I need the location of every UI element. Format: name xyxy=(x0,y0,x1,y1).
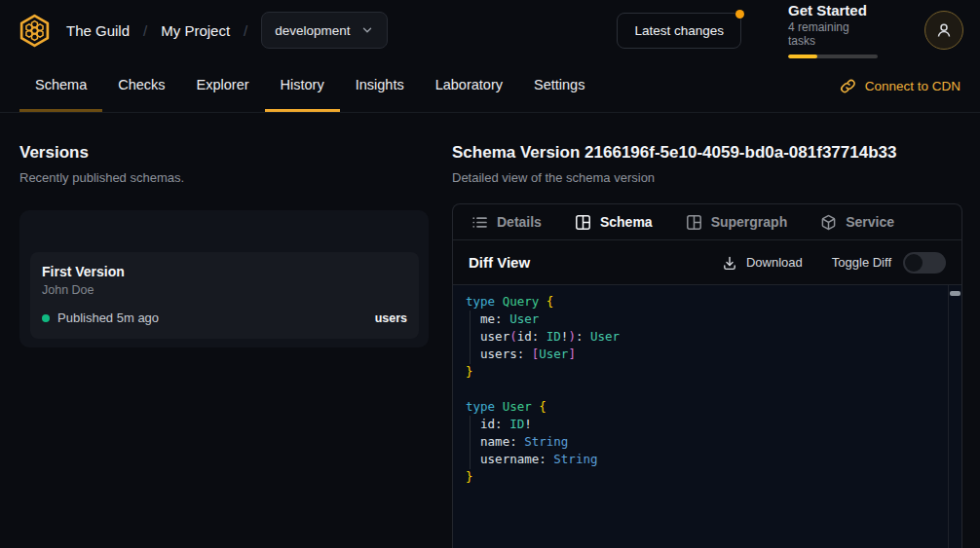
download-button[interactable]: Download xyxy=(722,255,803,271)
versions-subtitle: Recently published schemas. xyxy=(19,169,429,186)
breadcrumb-separator: / xyxy=(143,22,147,39)
breadcrumb-org[interactable]: The Guild xyxy=(66,22,130,39)
tab-details[interactable]: Details xyxy=(471,214,542,231)
tab-supergraph[interactable]: Supergraph xyxy=(686,214,788,231)
published-status-icon xyxy=(42,314,50,322)
hive-logo-icon[interactable] xyxy=(17,13,53,49)
app-header: The Guild / My Project / development Lat… xyxy=(0,0,980,60)
main-nav: Schema Checks Explorer History Insights … xyxy=(0,60,980,113)
diff-actions: Download Toggle Diff xyxy=(722,252,946,274)
nav-tab-history[interactable]: History xyxy=(265,60,340,112)
tab-supergraph-label: Supergraph xyxy=(711,214,788,230)
nav-tab-insights[interactable]: Insights xyxy=(340,60,420,112)
target-selector-dropdown[interactable]: development xyxy=(261,12,387,49)
latest-changes-label: Latest changes xyxy=(634,23,724,38)
nav-tab-checks[interactable]: Checks xyxy=(102,60,180,112)
version-service-badge: users xyxy=(375,311,407,325)
versions-title: Versions xyxy=(19,142,429,163)
columns-icon xyxy=(575,214,591,231)
header-actions: Latest changes Get Started 4 remaining t… xyxy=(617,2,963,58)
list-icon xyxy=(471,214,488,231)
schema-version-subtitle: Detailed view of the schema version xyxy=(452,169,962,186)
version-meta-row: Published 5m ago users xyxy=(42,311,407,325)
schema-version-panel: Schema Version 2166196f-5e10-4059-bd0a-0… xyxy=(448,113,980,548)
connect-to-cdn-link[interactable]: Connect to CDN xyxy=(840,60,961,112)
tab-service-label: Service xyxy=(846,214,894,230)
code-content: type Query { me: User user(id: ID!): Use… xyxy=(466,293,942,486)
target-selector-value: development xyxy=(275,23,350,38)
diff-toolbar: Diff View Download Toggle D xyxy=(453,240,961,285)
user-avatar[interactable] xyxy=(924,11,963,50)
schema-detail-card: Details Schema xyxy=(452,203,962,548)
nav-tab-schema[interactable]: Schema xyxy=(19,60,102,112)
connect-to-cdn-label: Connect to CDN xyxy=(865,79,961,93)
version-title: First Version xyxy=(42,264,407,279)
nav-tab-explorer[interactable]: Explorer xyxy=(181,60,265,112)
tab-schema-label: Schema xyxy=(600,214,653,230)
get-started-subtitle: 4 remaining tasks xyxy=(788,20,878,48)
get-started-progress-track xyxy=(788,55,878,58)
box-icon xyxy=(820,214,837,231)
content: Versions Recently published schemas. Fir… xyxy=(0,113,980,548)
get-started-widget[interactable]: Get Started 4 remaining tasks xyxy=(788,2,878,58)
nav-tab-settings[interactable]: Settings xyxy=(518,60,600,112)
breadcrumb: The Guild / My Project / development xyxy=(17,12,388,49)
latest-changes-button[interactable]: Latest changes xyxy=(617,13,741,49)
toggle-diff-group: Toggle Diff xyxy=(832,252,946,274)
chevron-down-icon xyxy=(360,23,374,37)
versions-panel: Versions Recently published schemas. Fir… xyxy=(0,113,448,548)
nav-tab-laboratory[interactable]: Laboratory xyxy=(420,60,518,112)
toggle-diff-label: Toggle Diff xyxy=(832,255,891,270)
columns-icon xyxy=(686,214,702,231)
link-icon xyxy=(840,78,856,94)
diff-view-title: Diff View xyxy=(469,254,530,271)
version-author: John Doe xyxy=(42,283,407,297)
tab-schema[interactable]: Schema xyxy=(575,214,653,231)
code-scrollbar-track[interactable] xyxy=(948,285,961,548)
download-icon xyxy=(722,255,737,271)
get-started-title: Get Started xyxy=(788,2,878,18)
user-icon xyxy=(935,21,953,39)
indent-guide xyxy=(470,311,471,364)
breadcrumb-project[interactable]: My Project xyxy=(161,22,230,39)
nav-tab-list: Schema Checks Explorer History Insights … xyxy=(19,60,600,112)
switch-knob xyxy=(905,254,923,272)
detail-tab-list: Details Schema xyxy=(453,204,961,240)
version-status: Published 5m ago xyxy=(57,311,159,325)
progress-fill xyxy=(788,55,817,58)
version-list-item[interactable]: First Version John Doe Published 5m ago … xyxy=(30,252,419,339)
code-scrollbar-thumb[interactable] xyxy=(950,291,961,296)
schema-version-title: Schema Version 2166196f-5e10-4059-bd0a-0… xyxy=(452,142,962,163)
schema-code-viewer: type Query { me: User user(id: ID!): Use… xyxy=(453,285,961,548)
breadcrumb-separator: / xyxy=(244,22,247,39)
notification-dot xyxy=(735,10,744,18)
tab-service[interactable]: Service xyxy=(820,214,894,231)
indent-guide xyxy=(470,416,471,469)
toggle-diff-switch[interactable] xyxy=(903,252,946,274)
versions-list-card: First Version John Doe Published 5m ago … xyxy=(19,210,429,347)
download-label: Download xyxy=(746,255,803,270)
tab-details-label: Details xyxy=(497,214,542,230)
